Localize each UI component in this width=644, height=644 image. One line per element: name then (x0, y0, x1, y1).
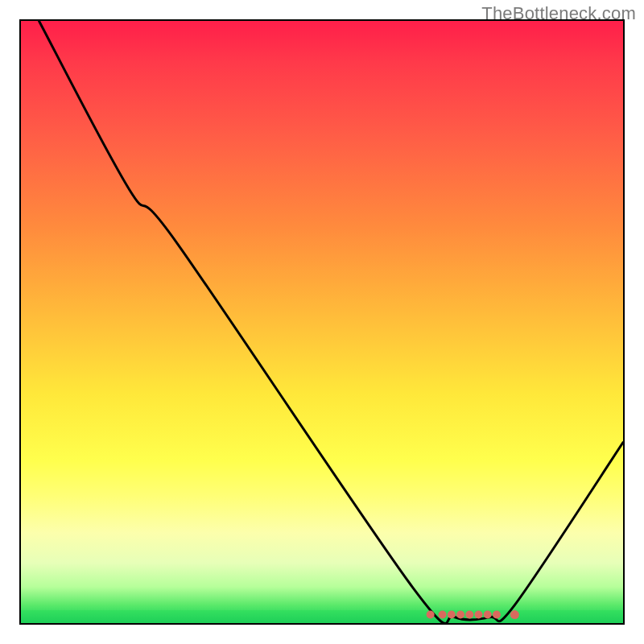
optimal-range-markers (21, 21, 623, 623)
marker-dot (456, 611, 464, 619)
watermark-text: TheBottleneck.com (481, 3, 636, 24)
marker-dot (439, 611, 447, 619)
marker-dot (493, 611, 501, 619)
marker-dot (510, 610, 519, 619)
chart-area (19, 19, 625, 625)
marker-dot (427, 611, 435, 619)
marker-dot (465, 611, 473, 619)
marker-dot (448, 611, 456, 619)
marker-dot (484, 611, 492, 619)
marker-dot (474, 611, 482, 619)
